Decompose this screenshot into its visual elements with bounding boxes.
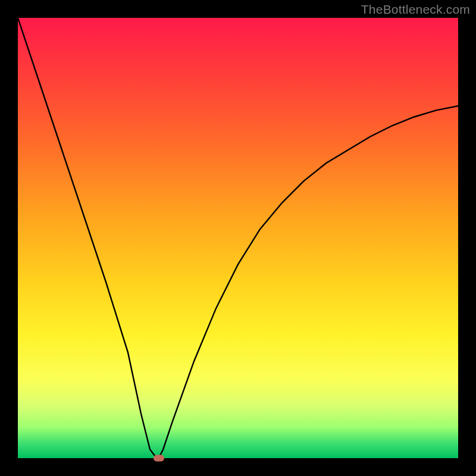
chart-frame: TheBottleneck.com xyxy=(0,0,476,476)
plot-area xyxy=(18,18,458,458)
watermark-text: TheBottleneck.com xyxy=(361,2,470,17)
optimal-point-marker xyxy=(154,455,164,462)
bottleneck-curve xyxy=(18,18,458,458)
